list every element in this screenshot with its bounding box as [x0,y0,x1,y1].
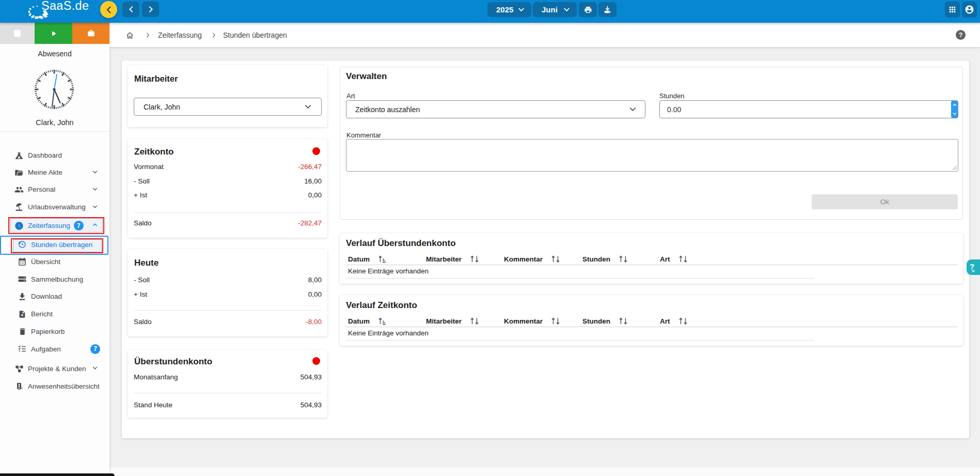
svg-text:?: ? [970,262,974,271]
svg-text:SaaS.de: SaaS.de [41,0,89,12]
